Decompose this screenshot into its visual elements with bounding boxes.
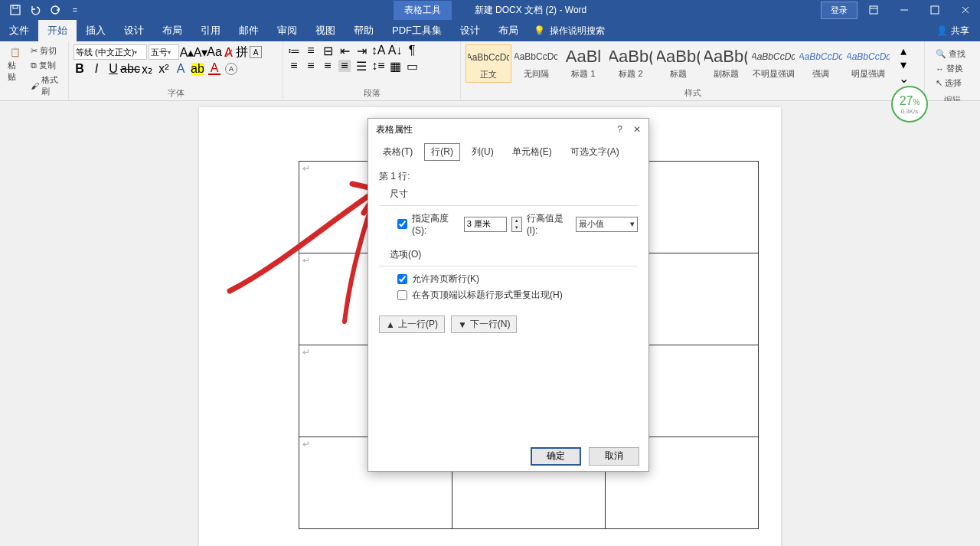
style-item-2[interactable]: AaBl标题 1 xyxy=(560,44,606,83)
minimize-icon[interactable] xyxy=(890,0,919,20)
styles-expand-icon[interactable]: ⌄ xyxy=(897,72,910,84)
font-color-icon[interactable]: A xyxy=(208,63,220,75)
show-marks-icon[interactable]: ¶ xyxy=(406,44,418,57)
login-button[interactable]: 登录 xyxy=(821,2,858,19)
tab-table-design[interactable]: 设计 xyxy=(451,20,489,41)
style-item-7[interactable]: AaBbCcDc强调 xyxy=(798,44,844,83)
copy-button[interactable]: ⧉复制 xyxy=(29,59,64,72)
style-item-5[interactable]: AaBb(副标题 xyxy=(703,44,749,83)
share-button[interactable]: 👤 共享 xyxy=(926,25,980,38)
enclose-char-icon[interactable]: A xyxy=(250,46,262,58)
italic-icon[interactable]: I xyxy=(90,63,103,75)
row-height-is-select[interactable]: 最小值 ▾ xyxy=(576,217,638,232)
underline-icon[interactable]: U xyxy=(107,63,119,75)
font-size-select[interactable]: 五号▾ xyxy=(149,44,179,60)
tab-references[interactable]: 引用 xyxy=(191,20,230,41)
dialog-tab-alt[interactable]: 可选文字(A) xyxy=(564,143,626,161)
text-effects-icon[interactable]: A xyxy=(175,63,187,75)
styles-scroll-up-icon[interactable]: ▴ xyxy=(897,44,910,57)
replace-button[interactable]: ↔替换 xyxy=(934,62,971,75)
distributed-icon[interactable]: ☰ xyxy=(355,60,368,72)
tab-pdf-tools[interactable]: PDF工具集 xyxy=(383,20,451,41)
text-direction-icon[interactable]: ↕A xyxy=(372,44,384,57)
tab-home[interactable]: 开始 xyxy=(38,20,77,41)
shading-icon[interactable]: ▦ xyxy=(389,60,401,72)
tab-table-layout[interactable]: 布局 xyxy=(489,20,528,41)
superscript-icon[interactable]: x² xyxy=(158,63,170,75)
select-button[interactable]: ↖选择 xyxy=(934,77,971,90)
dialog-tab-row[interactable]: 行(R) xyxy=(424,143,460,161)
specify-height-checkbox[interactable]: 指定高度(S): xyxy=(397,211,459,237)
next-row-button[interactable]: ▼下一行(N) xyxy=(451,316,518,333)
paste-button[interactable]: 📋 粘贴 xyxy=(5,44,26,84)
previous-row-button[interactable]: ▲上一行(P) xyxy=(379,316,445,333)
change-case-icon[interactable]: Aa xyxy=(208,46,220,58)
style-item-8[interactable]: AaBbCcDc明显强调 xyxy=(845,44,891,83)
borders-icon[interactable]: ▭ xyxy=(406,60,418,72)
style-item-6[interactable]: AaBbCcDc不明显强调 xyxy=(750,44,796,83)
tell-me-search[interactable]: 💡 操作说明搜索 xyxy=(534,25,605,38)
line-spacing-icon[interactable]: ↕≡ xyxy=(372,60,384,72)
style-item-4[interactable]: AaBb(标题 xyxy=(655,44,701,83)
qa-customize-icon[interactable]: = xyxy=(66,1,84,19)
row-height-field[interactable] xyxy=(464,217,507,232)
tab-design[interactable]: 设计 xyxy=(115,20,153,41)
repeat-header-checkbox[interactable]: 在各页顶端以标题行形式重复出现(H) xyxy=(397,287,638,303)
bullets-icon[interactable]: ≔ xyxy=(288,44,300,57)
strike-icon[interactable]: abc xyxy=(124,63,136,75)
char-shading-icon[interactable]: A xyxy=(225,63,237,75)
dialog-tab-cell[interactable]: 单元格(E) xyxy=(505,143,559,161)
repeat-header-input[interactable] xyxy=(397,290,407,300)
increase-indent-icon[interactable]: ⇥ xyxy=(355,44,368,57)
cancel-button[interactable]: 取消 xyxy=(589,447,639,466)
style-item-1[interactable]: AaBbCcDc无间隔 xyxy=(513,44,559,83)
allow-break-input[interactable] xyxy=(397,274,407,284)
save-icon[interactable] xyxy=(6,1,24,19)
grow-font-icon[interactable]: A▴ xyxy=(181,46,193,58)
tab-insert[interactable]: 插入 xyxy=(77,20,115,41)
tab-review[interactable]: 审阅 xyxy=(268,20,306,41)
dialog-close-icon[interactable]: ✕ xyxy=(633,124,641,135)
ok-button[interactable]: 确定 xyxy=(531,447,581,466)
clear-format-icon[interactable]: A̷ xyxy=(222,46,234,58)
styles-scroll-down-icon[interactable]: ▾ xyxy=(897,58,910,70)
ribbon-display-options-icon[interactable] xyxy=(859,0,888,20)
sort-icon[interactable]: A↓ xyxy=(389,44,401,57)
spin-up-icon[interactable]: ▴ xyxy=(512,217,521,224)
style-item-0[interactable]: AaBbCcDc正文 xyxy=(466,44,511,83)
find-button[interactable]: 🔍查找 xyxy=(934,47,971,60)
specify-height-input[interactable] xyxy=(397,219,407,229)
maximize-icon[interactable] xyxy=(920,0,949,20)
justify-icon[interactable]: ≡ xyxy=(338,60,351,72)
tab-layout[interactable]: 布局 xyxy=(153,20,191,41)
dialog-help-icon[interactable]: ? xyxy=(617,124,622,135)
decrease-indent-icon[interactable]: ⇤ xyxy=(338,44,351,57)
spin-down-icon[interactable]: ▾ xyxy=(512,224,521,231)
close-icon[interactable] xyxy=(951,0,980,20)
align-center-icon[interactable]: ≡ xyxy=(305,60,317,72)
tab-view[interactable]: 视图 xyxy=(306,20,345,41)
undo-icon[interactable] xyxy=(26,1,44,19)
align-left-icon[interactable]: ≡ xyxy=(288,60,300,72)
align-right-icon[interactable]: ≡ xyxy=(322,60,334,72)
redo-icon[interactable] xyxy=(46,1,64,19)
height-spinner[interactable]: ▴▾ xyxy=(511,217,522,232)
tab-file[interactable]: 文件 xyxy=(0,20,38,41)
tab-help[interactable]: 帮助 xyxy=(345,20,383,41)
dialog-tab-column[interactable]: 列(U) xyxy=(465,143,501,161)
allow-break-checkbox[interactable]: 允许跨页断行(K) xyxy=(397,271,638,287)
numbering-icon[interactable]: ≡ xyxy=(305,44,317,57)
subscript-icon[interactable]: x₂ xyxy=(141,63,153,75)
phonetic-guide-icon[interactable]: 拼 xyxy=(236,46,248,58)
bold-icon[interactable]: B xyxy=(74,63,86,75)
style-gallery[interactable]: AaBbCcDc正文AaBbCcDc无间隔AaBl标题 1AaBb(标题 2Aa… xyxy=(466,44,891,83)
shrink-font-icon[interactable]: A▾ xyxy=(194,46,207,58)
multilevel-list-icon[interactable]: ⊟ xyxy=(322,44,334,57)
style-item-3[interactable]: AaBb(标题 2 xyxy=(608,44,654,83)
font-name-select[interactable]: 等线 (中文正文)▾ xyxy=(74,44,147,60)
dialog-tab-table[interactable]: 表格(T) xyxy=(376,143,420,161)
tab-mail[interactable]: 邮件 xyxy=(230,20,268,41)
highlight-icon[interactable]: ab xyxy=(191,63,204,75)
cut-button[interactable]: ✂剪切 xyxy=(29,44,64,57)
format-painter-button[interactable]: 🖌格式刷 xyxy=(29,74,64,98)
